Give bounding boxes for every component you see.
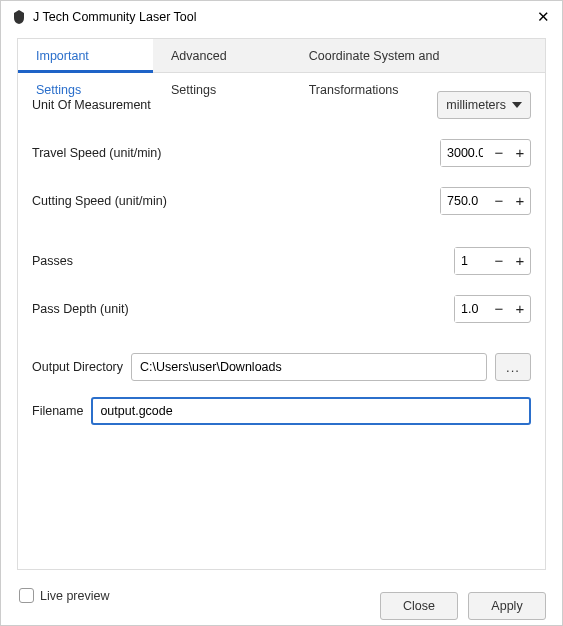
tab-advanced-settings[interactable]: Advanced Settings <box>153 39 291 72</box>
cutting-speed-decrement[interactable]: − <box>489 188 509 214</box>
close-icon[interactable]: ✕ <box>534 8 552 26</box>
pass-depth-decrement[interactable]: − <box>489 296 509 322</box>
travel-speed-spinner: − + <box>440 139 531 167</box>
apply-button[interactable]: Apply <box>468 592 546 620</box>
cutting-speed-input[interactable] <box>441 188 489 214</box>
dialog-panel: Important Settings Advanced Settings Coo… <box>17 38 546 570</box>
unit-dropdown[interactable]: millimeters <box>437 91 531 119</box>
passes-input[interactable] <box>455 248 489 274</box>
cutting-speed-increment[interactable]: + <box>510 188 530 214</box>
live-preview-label: Live preview <box>40 589 109 603</box>
cutting-speed-label: Cutting Speed (unit/min) <box>32 194 440 208</box>
footer-buttons: Close Apply <box>380 592 546 620</box>
filename-label: Filename <box>32 404 83 418</box>
pass-depth-input[interactable] <box>455 296 489 322</box>
window-title: J Tech Community Laser Tool <box>33 10 534 24</box>
checkbox-box <box>19 588 34 603</box>
pass-depth-increment[interactable]: + <box>510 296 530 322</box>
passes-decrement[interactable]: − <box>489 248 509 274</box>
travel-speed-input[interactable] <box>441 140 489 166</box>
tab-important-settings[interactable]: Important Settings <box>18 39 153 73</box>
pass-depth-spinner: − + <box>454 295 531 323</box>
pass-depth-label: Pass Depth (unit) <box>32 302 454 316</box>
unit-dropdown-value: millimeters <box>446 98 506 112</box>
chevron-down-icon <box>512 102 522 108</box>
travel-speed-label: Travel Speed (unit/min) <box>32 146 440 160</box>
tabstrip: Important Settings Advanced Settings Coo… <box>18 39 545 73</box>
close-button[interactable]: Close <box>380 592 458 620</box>
browse-button[interactable]: ... <box>495 353 531 381</box>
output-directory-label: Output Directory <box>32 360 123 374</box>
app-icon <box>11 9 27 25</box>
cutting-speed-spinner: − + <box>440 187 531 215</box>
footer: Live preview Close Apply <box>1 570 562 626</box>
titlebar: J Tech Community Laser Tool ✕ <box>1 1 562 33</box>
filename-input[interactable] <box>91 397 531 425</box>
passes-increment[interactable]: + <box>510 248 530 274</box>
travel-speed-decrement[interactable]: − <box>489 140 509 166</box>
unit-label: Unit Of Measurement <box>32 98 437 112</box>
passes-spinner: − + <box>454 247 531 275</box>
tab-coordinate-system[interactable]: Coordinate System and Transformations <box>291 39 545 72</box>
passes-label: Passes <box>32 254 454 268</box>
live-preview-checkbox[interactable]: Live preview <box>19 588 109 603</box>
travel-speed-increment[interactable]: + <box>510 140 530 166</box>
output-directory-input[interactable] <box>131 353 487 381</box>
tab-panel-important: Unit Of Measurement millimeters Travel S… <box>18 73 545 569</box>
